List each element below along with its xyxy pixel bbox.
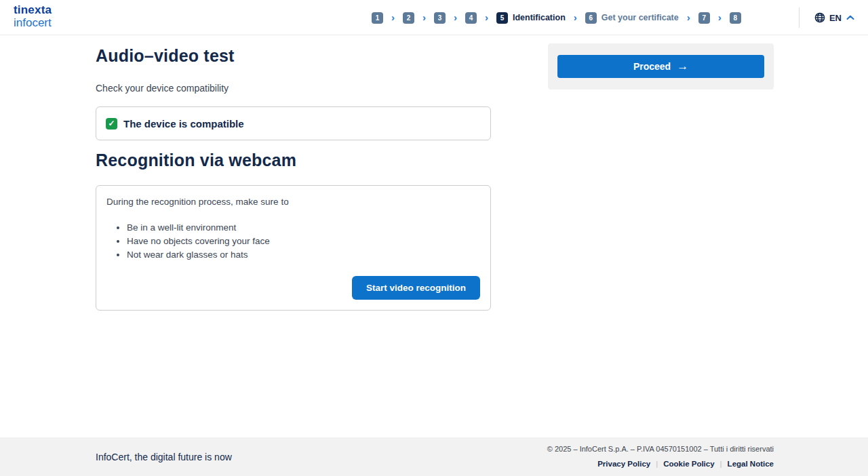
footer-link-separator: | [656,460,658,468]
step-separator-icon: › [485,12,488,22]
step-badge-3: 3 [434,12,446,24]
step-separator-icon: › [422,12,426,22]
footer-link-cookie-policy[interactable]: Cookie Policy [663,460,714,468]
recognition-checklist: Be in a well-lit environmentHave no obje… [106,221,480,262]
footer-link-privacy-policy[interactable]: Privacy Policy [597,460,650,468]
footer-link-separator: | [720,460,722,468]
language-selector[interactable]: EN [799,0,854,35]
footer-tagline: InfoCert, the digital future is now [96,452,232,462]
step-separator-icon: › [391,12,395,22]
step-3: 3 [434,12,446,24]
stepper: 1›2›3›4›5Identification›6Get your certif… [372,0,741,35]
recognition-bullet: Not wear dark glasses or hats [127,248,480,262]
header: tinexta infocert 1›2›3›4›5Identification… [0,0,868,35]
step-7: 7 [698,12,710,24]
proceed-button[interactable]: Proceed → [557,55,764,78]
step-2: 2 [403,12,414,24]
page-title: Audio–video test [96,46,235,66]
compatibility-text: The device is compatible [123,118,244,130]
chevron-up-icon [846,15,854,20]
step-badge-5: 5 [496,12,508,24]
globe-icon [814,12,825,23]
brand-logo-tinexta: tinexta [14,4,52,16]
step-separator-icon: › [574,12,577,22]
step-badge-7: 7 [698,12,710,24]
footer-links: Privacy Policy|Cookie Policy|Legal Notic… [547,460,774,468]
subtitle: Check your device compatibility [96,83,229,94]
step-badge-1: 1 [372,12,383,24]
brand-logo-infocert: infocert [14,17,52,28]
section-title: Recognition via webcam [96,151,296,170]
recognition-bullet: Be in a well-lit environment [127,221,480,235]
step-separator-icon: › [687,12,690,22]
language-code: EN [829,13,842,23]
step-4: 4 [465,12,477,24]
step-label-6: Get your certificate [601,13,679,22]
compatibility-card: ✓ The device is compatible [96,106,491,140]
footer-copyright: © 2025 – InfoCert S.p.A. – P.IVA 0457015… [547,445,774,453]
recognition-intro: During the recognition process, make sur… [106,197,480,207]
header-divider [799,7,800,28]
check-icon: ✓ [106,118,117,130]
footer: InfoCert, the digital future is now © 20… [0,437,868,476]
step-badge-2: 2 [403,12,414,24]
arrow-right-icon: → [677,60,688,72]
step-badge-8: 8 [730,12,741,24]
proceed-button-label: Proceed [633,61,671,72]
recognition-bullet: Have no objects covering your face [127,235,480,248]
step-1: 1 [372,12,383,24]
footer-link-legal-notice[interactable]: Legal Notice [728,460,774,468]
step-badge-6: 6 [585,12,597,24]
step-badge-4: 4 [465,12,477,24]
step-separator-icon: › [718,12,722,22]
start-video-recognition-button[interactable]: Start video recognition [352,276,480,300]
footer-right: © 2025 – InfoCert S.p.A. – P.IVA 0457015… [547,445,774,468]
step-label-5: Identification [513,13,566,22]
step-6: 6Get your certificate [585,12,679,24]
step-5: 5Identification [496,12,566,24]
recognition-card: During the recognition process, make sur… [96,185,491,311]
step-8: 8 [730,12,741,24]
proceed-panel: Proceed → [548,43,774,90]
step-separator-icon: › [454,12,457,22]
page: tinexta infocert 1›2›3›4›5Identification… [0,0,868,476]
brand-logo: tinexta infocert [14,4,52,28]
